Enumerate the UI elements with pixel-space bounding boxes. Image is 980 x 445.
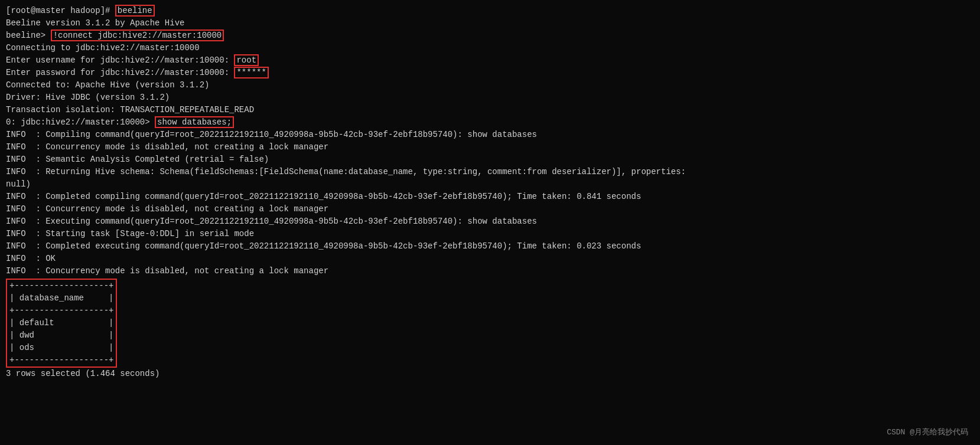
line-5a: Enter username for jdbc:hive2://master:1… bbox=[6, 54, 974, 67]
username-input: root bbox=[234, 54, 259, 66]
line-12: INFO : Semantic Analysis Completed (retr… bbox=[6, 153, 974, 166]
line-7: Driver: Hive JDBC (version 3.1.2) bbox=[6, 91, 974, 104]
line-4: Connecting to jdbc:hive2://master:10000 bbox=[6, 42, 974, 54]
table-row-default: | default | bbox=[7, 317, 116, 329]
terminal: [root@master hadoop]# beeline Beeline ve… bbox=[0, 0, 980, 445]
line-20: INFO : OK bbox=[6, 253, 974, 265]
table-header-separator: +-------------------+ bbox=[7, 305, 116, 317]
line-10: INFO : Compiling command(queryId=root_20… bbox=[6, 129, 974, 141]
beeline-command: beeline bbox=[115, 5, 155, 17]
beeline-prompt: beeline> bbox=[6, 31, 51, 40]
table-row-dwd: | dwd | bbox=[7, 329, 116, 342]
connect-command: !connect jdbc:hive2://master:10000 bbox=[51, 30, 224, 41]
jdbc-prompt: 0: jdbc:hive2://master:10000> bbox=[6, 117, 155, 127]
line-14: null) bbox=[6, 178, 974, 191]
line-16: INFO : Concurrency mode is disabled, not… bbox=[6, 203, 974, 215]
password-input: ****** bbox=[234, 67, 268, 78]
table-top-border: +-------------------+ bbox=[7, 280, 116, 292]
watermark: CSDN @月亮给我抄代码 bbox=[887, 427, 968, 439]
line-9: 0: jdbc:hive2://master:10000> show datab… bbox=[6, 116, 974, 129]
line-1: [root@master hadoop]# beeline bbox=[6, 5, 974, 17]
line-15: INFO : Completed compiling command(query… bbox=[6, 191, 974, 203]
line-8: Transaction isolation: TRANSACTION_REPEA… bbox=[6, 104, 974, 116]
show-databases-command: show databases; bbox=[155, 116, 234, 128]
line-6: Connected to: Apache Hive (version 3.1.2… bbox=[6, 79, 974, 91]
line-21: INFO : Concurrency mode is disabled, not… bbox=[6, 265, 974, 277]
line-5b: Enter password for jdbc:hive2://master:1… bbox=[6, 67, 974, 79]
table-header: | database_name | bbox=[7, 292, 116, 305]
table-bottom-border: +-------------------+ bbox=[7, 354, 116, 367]
footer-line: 3 rows selected (1.464 seconds) bbox=[6, 368, 974, 380]
line-2: Beeline version 3.1.2 by Apache Hive bbox=[6, 17, 974, 30]
line-19: INFO : Completed executing command(query… bbox=[6, 240, 974, 253]
line-18: INFO : Starting task [Stage-0:DDL] in se… bbox=[6, 228, 974, 240]
line-3: beeline> !connect jdbc:hive2://master:10… bbox=[6, 30, 974, 42]
line-13: INFO : Returning Hive schema: Schema(fie… bbox=[6, 166, 974, 178]
prompt-text: [root@master hadoop]# bbox=[6, 6, 115, 15]
line-11: INFO : Concurrency mode is disabled, not… bbox=[6, 141, 974, 153]
line-17: INFO : Executing command(queryId=root_20… bbox=[6, 215, 974, 228]
table-row-ods: | ods | bbox=[7, 342, 116, 354]
results-table: +-------------------+ | database_name | … bbox=[6, 279, 117, 368]
